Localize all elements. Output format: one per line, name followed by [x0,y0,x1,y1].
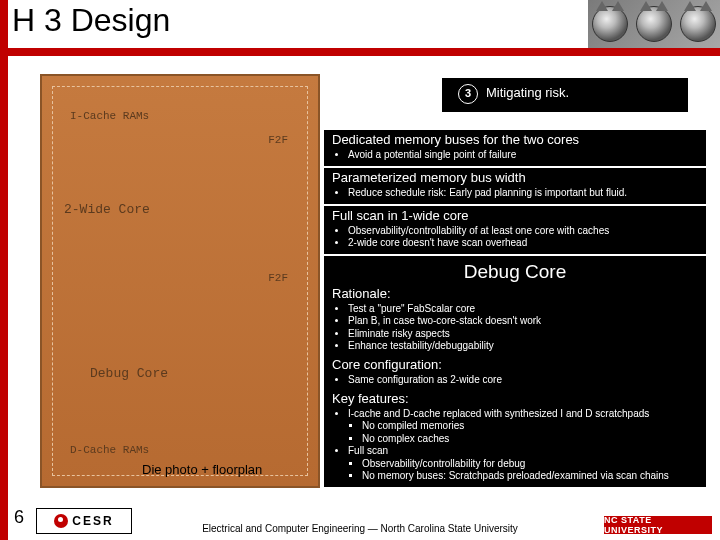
bullet-text: I-cache and D-cache replaced with synthe… [348,408,649,419]
panel-mitigating: 3 Mitigating risk. [442,78,688,112]
sub-bullet: No complex caches [362,433,698,446]
sub-bullet: Observability/controllability for debug [362,458,698,471]
die-label-f2f: F2F [268,272,288,284]
bullet: Avoid a potential single point of failur… [348,149,698,162]
panel-heading: Dedicated memory buses for the two cores [332,132,698,148]
die-label-debug: Debug Core [90,366,168,381]
bullet: Full scan Observability/controllability … [348,445,698,483]
die-label-dcache: D-Cache RAMs [70,444,149,456]
left-accent-bar [0,0,8,540]
step-number-icon: 3 [458,84,478,104]
bullet: I-cache and D-cache replaced with synthe… [348,408,698,446]
bullet: Reduce schedule risk: Early pad planning… [348,187,698,200]
bullet: 2-wide core doesn't have scan overhead [348,237,698,250]
panel-dedicated-buses: Dedicated memory buses for the two cores… [324,130,706,166]
wolves-image [588,0,720,48]
ncsu-logo: NC STATE UNIVERSITY [604,516,712,534]
die-photo: I-Cache RAMs F2F 2-Wide Core F2F Debug C… [40,74,320,488]
panel-param-bus: Parameterized memory bus width Reduce sc… [324,168,706,204]
bullet: Enhance testability/debuggability [348,340,698,353]
bullet: Observability/controllability of at leas… [348,225,698,238]
die-label-2wide: 2-Wide Core [64,202,150,217]
wolf-icon [592,6,628,42]
debug-core-heading: Debug Core [332,260,698,284]
rationale-heading: Rationale: [332,286,698,302]
bullet: Same configuration as 2-wide core [348,374,698,387]
die-label-f2f: F2F [268,134,288,146]
sub-bullet: No compiled memories [362,420,698,433]
bullet: Eliminate risky aspects [348,328,698,341]
panel-heading: Parameterized memory bus width [332,170,698,186]
die-photo-caption: Die photo + floorplan [142,462,262,477]
panel-debug-core: Debug Core Rationale: Test a "pure" FabS… [324,256,706,487]
sub-bullet: No memory buses: Scratchpads preloaded/e… [362,470,698,483]
panel-heading: Full scan in 1-wide core [332,208,698,224]
bullet-text: Full scan [348,445,388,456]
panel-full-scan: Full scan in 1-wide core Observability/c… [324,206,706,254]
header-divider [0,48,720,56]
slide-title: H 3 Design [12,2,170,39]
die-label-icache: I-Cache RAMs [70,110,149,122]
wolf-icon [636,6,672,42]
wolf-icon [680,6,716,42]
mitigating-label: Mitigating risk. [486,85,569,101]
config-heading: Core configuration: [332,357,698,373]
panel-stack: 3 Mitigating risk. Dedicated memory buse… [324,78,706,489]
key-features-heading: Key features: [332,391,698,407]
bullet: Test a "pure" FabScalar core [348,303,698,316]
bullet: Plan B, in case two-core-stack doesn't w… [348,315,698,328]
